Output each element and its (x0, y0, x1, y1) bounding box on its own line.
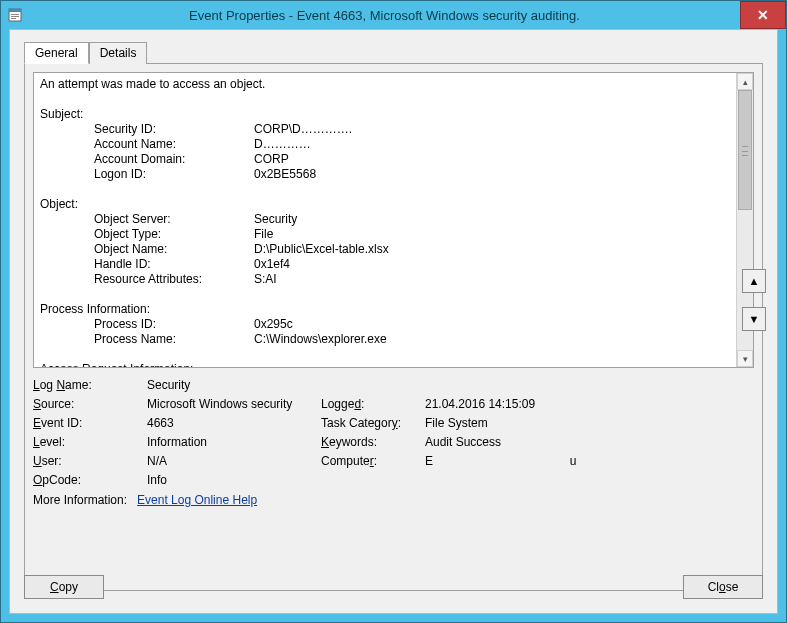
handle-id-label: Handle ID: (94, 257, 254, 272)
opcode-value: Info (147, 473, 754, 487)
log-name-value: Security (147, 378, 754, 392)
window-close-button[interactable]: ✕ (740, 1, 786, 29)
logged-label: Logged: (321, 397, 421, 411)
event-id-label: Event ID: (33, 416, 143, 430)
next-event-button[interactable]: ▼ (742, 307, 766, 331)
more-information-row: More Information: Event Log Online Help (33, 493, 754, 507)
task-category-value: File System (425, 416, 754, 430)
record-nav-buttons: ▲ ▼ (742, 269, 766, 331)
event-description-text: An attempt was made to access an object.… (34, 73, 736, 368)
keywords-label: Keywords: (321, 435, 421, 449)
object-type-value: File (254, 227, 273, 242)
logged-value: 21.04.2016 14:15:09 (425, 397, 754, 411)
copy-button-rest: opy (59, 580, 78, 594)
security-id-label: Security ID: (94, 122, 254, 137)
computer-label: Computer: (321, 454, 421, 468)
object-server-label: Object Server: (94, 212, 254, 227)
level-label: Level: (33, 435, 143, 449)
tab-panel-general: An attempt was made to access an object.… (24, 63, 763, 591)
level-value: Information (147, 435, 317, 449)
security-id-value: CORP\D…………. (254, 122, 352, 137)
client-area: General Details An attempt was made to a… (9, 29, 778, 614)
source-label: Source: (33, 397, 143, 411)
copy-button[interactable]: Copy (24, 575, 104, 599)
resource-attr-value: S:AI (254, 272, 277, 287)
arrow-down-icon: ▼ (749, 313, 760, 325)
svg-rect-4 (11, 18, 16, 19)
event-log-online-help-link[interactable]: Event Log Online Help (137, 493, 257, 507)
process-id-value: 0x295c (254, 317, 293, 332)
resource-attr-label: Resource Attributes: (94, 272, 254, 287)
scroll-thumb[interactable] (738, 90, 752, 210)
process-id-label: Process ID: (94, 317, 254, 332)
object-server-value: Security (254, 212, 297, 227)
tab-general[interactable]: General (24, 42, 89, 64)
logon-id-value: 0x2BE5568 (254, 167, 316, 182)
source-value: Microsoft Windows security (147, 397, 317, 411)
close-button-pre: Cl (708, 580, 719, 594)
access-section-label: Access Request Information: (40, 362, 730, 368)
process-section-label: Process Information: (40, 302, 730, 317)
computer-value: E u (425, 454, 754, 468)
svg-rect-1 (9, 9, 21, 12)
close-button[interactable]: Close (683, 575, 763, 599)
svg-rect-2 (11, 14, 19, 15)
scroll-up-arrow-icon[interactable]: ▴ (737, 73, 753, 90)
window-system-icon (1, 1, 29, 29)
subject-section-label: Subject: (40, 107, 730, 122)
task-category-label: Task Category: (321, 416, 421, 430)
account-domain-label: Account Domain: (94, 152, 254, 167)
previous-event-button[interactable]: ▲ (742, 269, 766, 293)
user-value: N/A (147, 454, 317, 468)
handle-id-value: 0x1ef4 (254, 257, 290, 272)
arrow-up-icon: ▲ (749, 275, 760, 287)
event-id-value: 4663 (147, 416, 317, 430)
more-information-label: More Information: (33, 493, 127, 507)
account-name-label: Account Name: (94, 137, 254, 152)
scroll-down-arrow-icon[interactable]: ▾ (737, 350, 753, 367)
window-title: Event Properties - Event 4663, Microsoft… (29, 1, 740, 29)
event-description-box: An attempt was made to access an object.… (33, 72, 754, 368)
object-type-label: Object Type: (94, 227, 254, 242)
titlebar: Event Properties - Event 4663, Microsoft… (1, 1, 786, 29)
tab-strip: General Details (24, 42, 763, 64)
process-name-label: Process Name: (94, 332, 254, 347)
tab-details[interactable]: Details (89, 42, 148, 64)
desc-heading: An attempt was made to access an object. (40, 77, 730, 92)
process-name-value: C:\Windows\explorer.exe (254, 332, 387, 347)
user-label: User: (33, 454, 143, 468)
svg-rect-3 (11, 16, 19, 17)
log-name-label: Log Name: (33, 378, 143, 392)
keywords-value: Audit Success (425, 435, 754, 449)
opcode-label: OpCode: (33, 473, 143, 487)
close-button-post: se (726, 580, 739, 594)
account-domain-value: CORP (254, 152, 289, 167)
logon-id-label: Logon ID: (94, 167, 254, 182)
dialog-button-bar: Copy Close (24, 575, 763, 599)
object-section-label: Object: (40, 197, 730, 212)
close-icon: ✕ (757, 7, 769, 23)
event-summary-grid: Log Name: Security Source: Microsoft Win… (33, 378, 754, 487)
account-name-value: D………… (254, 137, 311, 152)
object-name-label: Object Name: (94, 242, 254, 257)
event-properties-window: Event Properties - Event 4663, Microsoft… (0, 0, 787, 623)
object-name-value: D:\Public\Excel-table.xlsx (254, 242, 389, 257)
